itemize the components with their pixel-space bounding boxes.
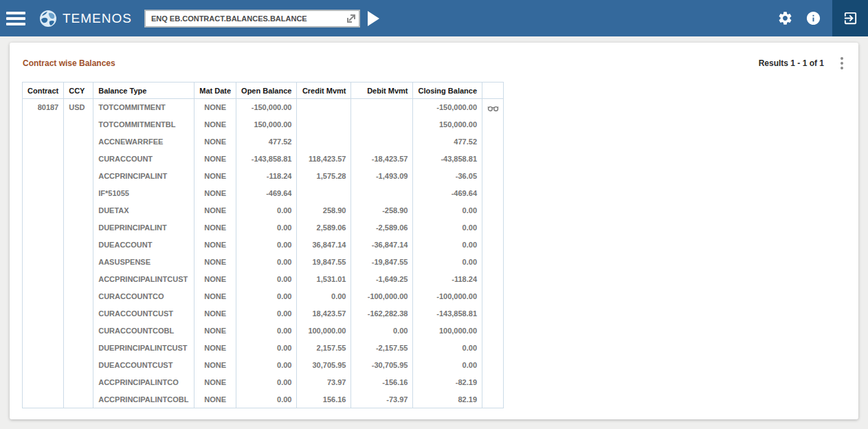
launch-icon[interactable]: [346, 13, 357, 24]
table-row[interactable]: DUEPRINCIPALINTCUSTNONE0.002,157.55-2,15…: [23, 340, 504, 357]
cell-actions: [482, 271, 504, 288]
table-row[interactable]: CURACCOUNTCOBLNONE0.00100,000.000.00100,…: [23, 322, 504, 340]
cell-closing-balance: -82.19: [413, 374, 482, 391]
menu-icon[interactable]: [6, 9, 25, 28]
cell-actions: [482, 236, 504, 254]
cell-contract: [23, 219, 64, 236]
col-header-closing-balance: Closing Balance: [413, 82, 482, 99]
cell-contract: [23, 391, 64, 408]
cell-contract: [23, 271, 64, 288]
cell-closing-balance: -43,858.81: [413, 151, 482, 168]
cell-contract: [23, 133, 64, 151]
cell-open-balance: 0.00: [236, 391, 297, 408]
cell-open-balance: 0.00: [236, 340, 297, 357]
cell-mat-date: NONE: [194, 185, 236, 202]
cell-actions: [482, 305, 504, 322]
cell-closing-balance: 0.00: [413, 340, 482, 357]
cell-debit-mvmt: -100,000.00: [351, 288, 413, 305]
cell-open-balance: -143,858.81: [236, 151, 297, 168]
cell-debit-mvmt: -36,847.14: [351, 236, 413, 254]
cell-open-balance: 0.00: [236, 202, 297, 219]
cell-open-balance: 0.00: [236, 271, 297, 288]
cell-contract: [23, 340, 64, 357]
col-header-balance-type: Balance Type: [93, 82, 194, 99]
table-row[interactable]: IF*51055NONE-469.64-469.64: [23, 185, 504, 202]
info-icon[interactable]: [805, 10, 821, 26]
cell-credit-mvmt: 118,423.57: [297, 151, 351, 168]
cell-credit-mvmt: 258.90: [297, 202, 351, 219]
table-row[interactable]: DUEACCOUNTNONE0.0036,847.14-36,847.140.0…: [23, 236, 504, 254]
table-row[interactable]: ACCPRINCIPALINTCOBLNONE0.00156.16-73.978…: [23, 391, 504, 408]
cell-closing-balance: -469.64: [413, 185, 482, 202]
cell-actions: [482, 254, 504, 271]
cell-contract: [23, 151, 64, 168]
view-details-icon[interactable]: [487, 104, 499, 112]
cell-credit-mvmt: 19,847.55: [297, 254, 351, 271]
table-row[interactable]: ACCNEWARRFEENONE477.52477.52: [23, 133, 504, 151]
table-row[interactable]: CURACCOUNTCUSTNONE0.0018,423.57-162,282.…: [23, 305, 504, 322]
cell-actions: [482, 322, 504, 340]
settings-gear-icon[interactable]: [777, 10, 793, 26]
table-row[interactable]: DUETAXNONE0.00258.90-258.900.00: [23, 202, 504, 219]
cell-ccy: USD: [64, 99, 93, 116]
cell-credit-mvmt: 100,000.00: [297, 322, 351, 340]
cell-mat-date: NONE: [194, 391, 236, 408]
more-options-icon[interactable]: [839, 56, 845, 71]
cell-contract: [23, 202, 64, 219]
cell-debit-mvmt: [351, 99, 413, 116]
table-row[interactable]: DUEACCOUNTCUSTNONE0.0030,705.95-30,705.9…: [23, 357, 504, 374]
cell-balance-type: CURACCOUNTCOBL: [93, 322, 194, 340]
cell-balance-type: DUEACCOUNTCUST: [93, 357, 194, 374]
cell-contract: [23, 116, 64, 133]
table-row[interactable]: CURACCOUNTCONONE0.000.00-100,000.00-100,…: [23, 288, 504, 305]
cell-ccy: [64, 305, 93, 322]
table-row[interactable]: ACCPRINCIPALINTCUSTNONE0.001,531.01-1,64…: [23, 271, 504, 288]
col-header-credit-mvmt: Credit Mvmt: [297, 82, 351, 99]
cell-debit-mvmt: -19,847.55: [351, 254, 413, 271]
cell-credit-mvmt: [297, 133, 351, 151]
cell-contract: [23, 374, 64, 391]
cell-debit-mvmt: -73.97: [351, 391, 413, 408]
cell-credit-mvmt: [297, 99, 351, 116]
cell-ccy: [64, 185, 93, 202]
cell-balance-type: ACCPRINCIPALINTCOBL: [93, 391, 194, 408]
cell-debit-mvmt: [351, 133, 413, 151]
cell-balance-type: IF*51055: [93, 185, 194, 202]
cell-closing-balance: -150,000.00: [413, 99, 482, 116]
cell-closing-balance: 100,000.00: [413, 322, 482, 340]
cell-mat-date: NONE: [194, 340, 236, 357]
cell-contract: [23, 357, 64, 374]
cell-balance-type: ACCPRINCIPALINT: [93, 168, 194, 185]
top-header-bar: TEMENOS: [0, 0, 868, 36]
col-header-open-balance: Open Balance: [236, 82, 297, 99]
cell-actions: [482, 288, 504, 305]
temenos-logo[interactable]: TEMENOS: [39, 10, 132, 28]
cell-mat-date: NONE: [194, 151, 236, 168]
logout-panel[interactable]: [832, 0, 868, 36]
temenos-globe-icon: [39, 10, 57, 28]
cell-balance-type: TOTCOMMITMENTBL: [93, 116, 194, 133]
table-row[interactable]: ACCPRINCIPALINTNONE-118.241,575.28-1,493…: [23, 168, 504, 185]
table-row[interactable]: ACCPRINCIPALINTCONONE0.0073.97-156.16-82…: [23, 374, 504, 391]
command-input[interactable]: [144, 10, 360, 28]
cell-actions: [482, 391, 504, 408]
run-command-icon[interactable]: [368, 11, 379, 26]
balances-table: Contract CCY Balance Type Mat Date Open …: [22, 82, 504, 408]
table-row[interactable]: TOTCOMMITMENTBLNONE150,000.00150,000.00: [23, 116, 504, 133]
logout-icon[interactable]: [843, 10, 858, 26]
table-row[interactable]: 80187USDTOTCOMMITMENTNONE-150,000.00-150…: [23, 99, 504, 116]
table-row[interactable]: CURACCOUNTNONE-143,858.81118,423.57-18,4…: [23, 151, 504, 168]
cell-credit-mvmt: 2,589.06: [297, 219, 351, 236]
cell-open-balance: -469.64: [236, 185, 297, 202]
cell-contract: [23, 288, 64, 305]
table-row[interactable]: DUEPRINCIPALINTNONE0.002,589.06-2,589.06…: [23, 219, 504, 236]
cell-balance-type: ACCNEWARRFEE: [93, 133, 194, 151]
cell-actions: [482, 151, 504, 168]
cell-mat-date: NONE: [194, 168, 236, 185]
cell-actions[interactable]: [482, 99, 504, 116]
cell-mat-date: NONE: [194, 271, 236, 288]
cell-credit-mvmt: 1,575.28: [297, 168, 351, 185]
table-row[interactable]: AASUSPENSENONE0.0019,847.55-19,847.550.0…: [23, 254, 504, 271]
table-header-row: Contract CCY Balance Type Mat Date Open …: [23, 82, 504, 99]
cell-debit-mvmt: -30,705.95: [351, 357, 413, 374]
